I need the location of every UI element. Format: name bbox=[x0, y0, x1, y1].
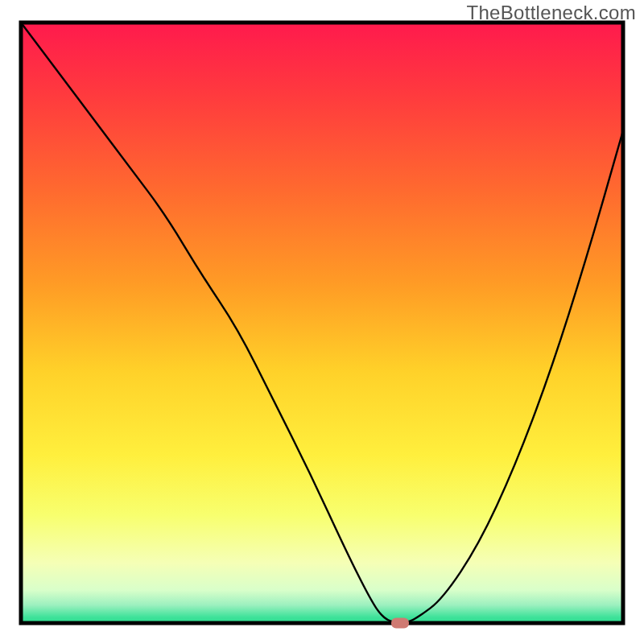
optimal-point-marker bbox=[391, 618, 409, 629]
chart-svg bbox=[0, 0, 644, 644]
chart-canvas: TheBottleneck.com bbox=[0, 0, 644, 644]
plot-background bbox=[21, 23, 623, 623]
watermark-text: TheBottleneck.com bbox=[466, 2, 636, 24]
